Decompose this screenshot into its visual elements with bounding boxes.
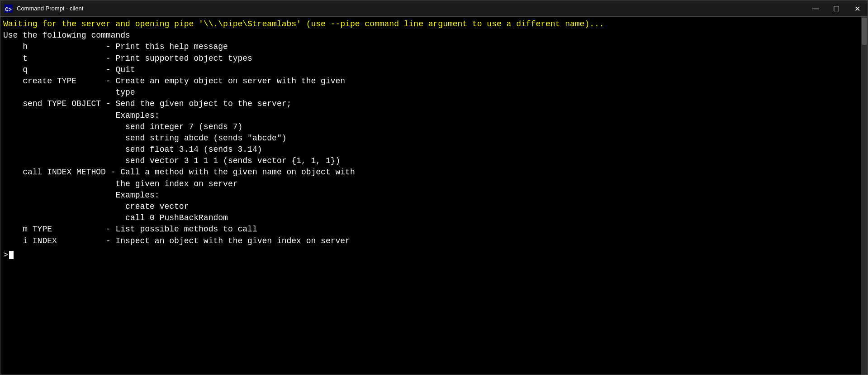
output-line-7: create TYPE - Create an empty object on … <box>3 76 865 87</box>
output-line-1: Waiting for the server and opening pipe … <box>3 19 865 30</box>
output-line-10: Examples: <box>3 110 865 121</box>
cursor <box>9 251 14 259</box>
output-line-18: create vector <box>3 201 865 212</box>
output-line-5: t - Print supported object types <box>3 53 865 64</box>
window-controls: — ☐ ✕ <box>805 0 868 17</box>
output-line-13: send float 3.14 (sends 3.14) <box>3 144 865 155</box>
title-bar: C> Command Prompt - client — ☐ ✕ <box>0 0 868 17</box>
minimize-button[interactable]: — <box>805 0 826 17</box>
scrollbar[interactable] <box>861 17 868 375</box>
window-title: Command Prompt - client <box>17 5 864 12</box>
output-line-6: q - Quit <box>3 64 865 76</box>
svg-text:C>: C> <box>5 6 12 12</box>
output-line-15: call INDEX METHOD - Call a method with t… <box>3 167 865 178</box>
window: C> Command Prompt - client — ☐ ✕ Waiting… <box>0 0 868 375</box>
prompt-char: > <box>3 250 8 260</box>
output-line-21: i INDEX - Inspect an object with the giv… <box>3 236 865 247</box>
output-line-20: m TYPE - List possible methods to call <box>3 224 865 235</box>
scrollbar-thumb[interactable] <box>862 18 867 45</box>
output-line-19: call 0 PushBackRandom <box>3 212 865 224</box>
output-line-14: send vector 3 1 1 1 (sends vector {1, 1,… <box>3 155 865 167</box>
output-line-4: h - Print this help message <box>3 41 865 53</box>
console-area[interactable]: Waiting for the server and opening pipe … <box>0 17 868 375</box>
output-line-11: send integer 7 (sends 7) <box>3 121 865 133</box>
maximize-button[interactable]: ☐ <box>826 0 847 17</box>
output-line-8: type <box>3 87 865 98</box>
output-line-9: send TYPE OBJECT - Send the given object… <box>3 98 865 110</box>
output-line-16: the given index on server <box>3 178 865 190</box>
output-line-17: Examples: <box>3 190 865 201</box>
console-content: Waiting for the server and opening pipe … <box>3 19 865 373</box>
prompt-line: > <box>3 250 865 260</box>
output-line-12: send string abcde (sends "abcde") <box>3 133 865 144</box>
cmd-icon: C> <box>4 4 13 13</box>
close-button[interactable]: ✕ <box>847 0 868 17</box>
output-line-2: Use the following commands <box>3 30 865 41</box>
